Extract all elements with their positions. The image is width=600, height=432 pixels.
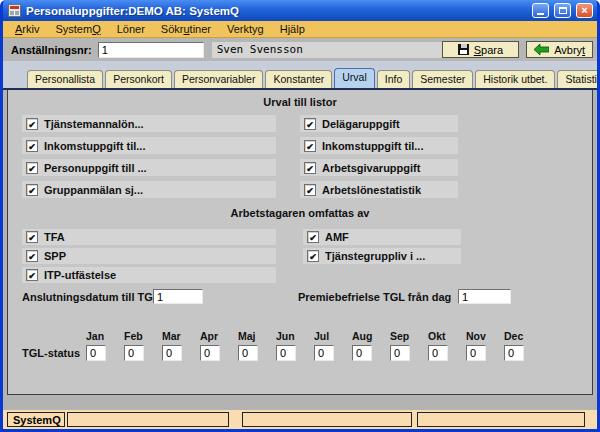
menu-item-verktyg[interactable]: Verktyg [219,22,272,36]
month-input-maj[interactable] [238,345,258,361]
save-button-label: Spara [474,44,503,56]
month-cell-apr: Apr [200,330,238,361]
checkmark-icon[interactable]: ✔ [307,231,319,243]
app-icon [8,4,21,17]
omfattas-left-column: ✔TFA ✔SPP ✔ITP-utfästelse [22,224,300,283]
month-cell-okt: Okt [428,330,466,361]
tab-urval[interactable]: Urval [334,68,375,88]
menu-item-hjalp[interactable]: Hjälp [272,22,313,36]
checkbox-label: Tjänstemannalön... [44,118,144,130]
month-input-okt[interactable] [428,345,448,361]
month-input-apr[interactable] [200,345,220,361]
tab-historik-utbet[interactable]: Historik utbet. [475,70,555,88]
statusbar-panel-2 [67,412,229,427]
checkmark-icon[interactable]: ✔ [26,269,38,281]
tab-personvariabler[interactable]: Personvariabler [174,70,264,88]
close-button[interactable]: × [576,3,593,18]
tab-konstanter[interactable]: Konstanter [265,70,332,88]
tab-bar: Personallista Personkort Personvariabler… [3,61,597,90]
month-input-dec[interactable] [504,345,524,361]
checkbox-tjanstemannalon[interactable]: ✔Tjänstemannalön... [22,115,276,132]
checkbox-gruppanmalan[interactable]: ✔Gruppanmälan sj... [22,181,276,198]
section-title-urval-till-listor: Urval till listor [8,90,592,108]
checkmark-icon[interactable]: ✔ [26,231,38,243]
checkmark-icon[interactable]: ✔ [304,140,316,152]
month-input-jan[interactable] [86,345,106,361]
month-input-mar[interactable] [162,345,182,361]
checkmark-icon[interactable]: ✔ [304,162,316,174]
menu-item-arkiv[interactable]: Arkiv [7,22,47,36]
month-cell-mar: Mar [162,330,200,361]
tab-statistik[interactable]: Statistik [557,70,600,88]
titlebar: Personaluppgifter:DEMO AB: SystemQ × [3,0,597,21]
anslutningsdatum-input[interactable] [153,289,203,304]
premiebefrielse-input[interactable] [458,289,511,304]
checkmark-icon[interactable]: ✔ [26,250,38,262]
app-window: Personaluppgifter:DEMO AB: SystemQ × Ark… [0,0,600,432]
checkbox-inkomstuppgift-2[interactable]: ✔Inkomstuppgift til... [300,137,458,154]
tab-personkort[interactable]: Personkort [105,70,172,88]
checkmark-icon[interactable]: ✔ [307,250,319,262]
month-label: Jun [276,330,314,345]
checkbox-label: Inkomstuppgift til... [44,140,145,152]
close-icon: × [581,5,587,16]
checkbox-personuppgift[interactable]: ✔Personuppgift till ... [22,159,276,176]
checkbox-label: Inkomstuppgift til... [322,140,423,152]
menu-item-sokrutiner[interactable]: Sökrutiner [153,22,219,36]
checkbox-inkomstuppgift-1[interactable]: ✔Inkomstuppgift til... [22,137,276,154]
omfattas-right-column: ✔AMF ✔Tjänstegruppliv i ... [303,224,461,283]
month-cell-aug: Aug [352,330,390,361]
month-input-jun[interactable] [276,345,296,361]
omfattas-checkbox-grid: ✔TFA ✔SPP ✔ITP-utfästelse ✔AMF ✔Tjänsteg… [8,219,592,283]
checkbox-itp-utfastelse[interactable]: ✔ITP-utfästelse [22,267,276,283]
checkmark-icon[interactable]: ✔ [26,162,38,174]
month-cell-sep: Sep [390,330,428,361]
checkbox-label: Arbetsgivaruppgift [322,162,420,174]
arrow-left-icon [534,44,549,55]
urval-right-column: ✔Delägaruppgift ✔Inkomstuppgift til... ✔… [300,115,458,198]
tab-info[interactable]: Info [377,70,411,88]
urval-tab-panel: Urval till listor ✔Tjänstemannalön... ✔I… [7,90,593,395]
checkmark-icon[interactable]: ✔ [26,184,38,196]
checkmark-icon[interactable]: ✔ [26,118,38,130]
month-label: Apr [200,330,238,345]
checkbox-arbetslonestatistik[interactable]: ✔Arbetslönestatistik [300,181,458,198]
employee-no-input[interactable] [98,42,204,58]
toolbar: Anställningsnr: Sven Svensson Spara Avbr… [3,38,597,61]
minimize-button[interactable] [532,3,549,18]
window-title: Personaluppgifter:DEMO AB: SystemQ [26,5,527,17]
month-input-sep[interactable] [390,345,410,361]
month-label: Aug [352,330,390,345]
month-label: Nov [466,330,504,345]
month-input-feb[interactable] [124,345,144,361]
checkbox-label: SPP [44,250,66,262]
month-input-aug[interactable] [352,345,372,361]
save-button[interactable]: Spara [442,41,520,58]
checkbox-delagaruppgift[interactable]: ✔Delägaruppgift [300,115,458,132]
tgl-status-label: TGL-status [22,347,80,359]
month-input-jul[interactable] [314,345,334,361]
checkbox-label: Tjänstegruppliv i ... [325,250,425,262]
section-title-arbetstagaren: Arbetstagaren omfattas av [8,198,592,219]
menu-item-loner[interactable]: Löner [109,22,153,36]
cancel-button[interactable]: Avbryt [526,41,593,58]
checkbox-tjanstegruppliv[interactable]: ✔Tjänstegruppliv i ... [303,248,461,264]
statusbar: SystemQ [3,410,597,429]
month-cell-jun: Jun [276,330,314,361]
month-input-nov[interactable] [466,345,486,361]
month-cell-nov: Nov [466,330,504,361]
month-grid: Jan Feb Mar Apr Maj Jun Jul Aug Sep Okt … [86,330,592,361]
checkmark-icon[interactable]: ✔ [304,118,316,130]
checkbox-spp[interactable]: ✔SPP [22,248,276,264]
maximize-button[interactable] [554,3,571,18]
tab-semester[interactable]: Semester [412,70,473,88]
month-label: Sep [390,330,428,345]
month-label: Dec [504,330,542,345]
checkmark-icon[interactable]: ✔ [304,184,316,196]
checkbox-arbetsgivaruppgift[interactable]: ✔Arbetsgivaruppgift [300,159,458,176]
checkmark-icon[interactable]: ✔ [26,140,38,152]
checkbox-tfa[interactable]: ✔TFA [22,229,276,245]
tab-personallista[interactable]: Personallista [27,70,103,88]
checkbox-amf[interactable]: ✔AMF [303,229,461,245]
menu-item-systemq[interactable]: SystemQ [47,22,108,36]
